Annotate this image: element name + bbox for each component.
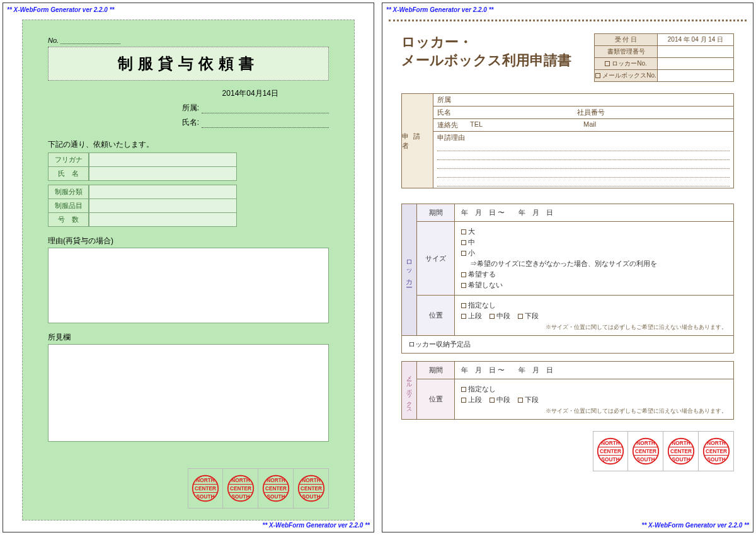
- perforation-line: [389, 20, 747, 21]
- comment-area[interactable]: [48, 344, 329, 442]
- name-field: 氏名:: [48, 117, 329, 128]
- svg-text:SOUTH: SOUTH: [266, 494, 285, 500]
- watermark-top: ** X-WebForm Generator ver 2.2.0 **: [386, 6, 493, 13]
- applicant-affiliation: 所属: [433, 94, 733, 106]
- checkbox-icon: [461, 283, 466, 288]
- svg-text:SOUTH: SOUTH: [197, 494, 215, 500]
- checkbox-icon: [490, 314, 495, 319]
- checkbox-icon: [518, 314, 523, 319]
- svg-text:NORTH: NORTH: [601, 440, 619, 446]
- row-name: 氏 名: [48, 167, 237, 181]
- applicant-name: 氏名社員番号: [433, 106, 733, 119]
- stamp-cell: NORTH CENTER SOUTH: [188, 468, 223, 509]
- svg-text:NORTH: NORTH: [672, 440, 690, 446]
- form-title: ロッカー・ メールボックス利用申請書: [401, 33, 594, 82]
- no-label: No.: [48, 37, 59, 44]
- locker-box: ロッカー 期間 年 月 日 〜 年 月 日 サイズ 大 中 小 ⇒希望のサイズに…: [401, 204, 734, 336]
- svg-text:NORTH: NORTH: [266, 478, 285, 483]
- svg-text:SOUTH: SOUTH: [602, 457, 620, 463]
- svg-text:NORTH: NORTH: [231, 478, 249, 483]
- mailbox-period: 期間 年 月 日 〜 年 月 日: [417, 362, 733, 379]
- reason-area[interactable]: [48, 248, 329, 323]
- watermark-bottom: ** X-WebForm Generator ver 2.2.0 **: [642, 522, 749, 529]
- svg-text:NORTH: NORTH: [196, 478, 214, 483]
- form-date: 2014年04月14日: [48, 88, 329, 99]
- checkbox-icon: [605, 61, 610, 66]
- checkbox-icon: [461, 314, 466, 319]
- checkbox-icon: [461, 240, 466, 245]
- intro-text: 下記の通り、依頼いたします。: [48, 139, 329, 150]
- row-category: 制服分類: [48, 185, 237, 199]
- mailbox-box: メールボックス 期間 年 月 日 〜 年 月 日 位置 指定なし 上段 中段 下…: [401, 361, 734, 420]
- stamp-row-left: NORTH CENTER SOUTH NORTH CENTER SOUTH NO…: [48, 468, 329, 509]
- applicant-side-label: 申 請 者: [402, 94, 433, 188]
- svg-text:NORTH: NORTH: [707, 440, 725, 446]
- svg-text:SOUTH: SOUTH: [707, 457, 725, 463]
- locker-size: サイズ 大 中 小 ⇒希望のサイズに空きがなかった場合、別なサイズの利用を 希望…: [417, 222, 733, 296]
- checkbox-icon: [461, 272, 466, 277]
- stamp-cell: NORTH CENTER SOUTH: [258, 468, 294, 509]
- svg-text:CENTER: CENTER: [230, 486, 251, 492]
- locker-side-label: ロッカー: [402, 204, 417, 335]
- mailbox-side-label: メールボックス: [402, 362, 417, 419]
- admin-table: 受 付 日2014 年 04 月 14 日 書類管理番号 ロッカーNo. メール…: [594, 33, 734, 82]
- checkbox-icon: [461, 251, 466, 256]
- locker-position: 位置 指定なし 上段 中段 下段 ※サイズ・位置に関しては必ずしもご希望に沿えな…: [417, 296, 733, 335]
- form-body: No. 制服貸与依頼書 2014年04月14日 所属: 氏名: 下記の通り、依頼…: [22, 20, 355, 521]
- checkbox-icon: [490, 398, 495, 403]
- form-locker-request: ** X-WebForm Generator ver 2.2.0 ** ** X…: [382, 3, 753, 532]
- checkbox-icon: [461, 303, 466, 308]
- row-furigana: フリガナ: [48, 152, 237, 167]
- svg-text:CENTER: CENTER: [706, 449, 727, 454]
- svg-text:NORTH: NORTH: [636, 440, 655, 446]
- checkbox-icon: [518, 398, 523, 403]
- watermark-bottom: ** X-WebForm Generator ver 2.2.0 **: [263, 522, 370, 529]
- form-uniform-request: ** X-WebForm Generator ver 2.2.0 ** ** X…: [3, 3, 374, 532]
- svg-text:CENTER: CENTER: [301, 486, 322, 492]
- applicant-contact: 連絡先TELMail: [433, 119, 733, 132]
- locker-period: 期間 年 月 日 〜 年 月 日: [417, 204, 733, 222]
- stamp-cell: NORTH CENTER SOUTH: [628, 431, 663, 471]
- checkbox-icon: [461, 398, 466, 403]
- checkbox-icon: [461, 229, 466, 234]
- svg-text:SOUTH: SOUTH: [636, 457, 655, 463]
- mailbox-position: 位置 指定なし 上段 中段 下段 ※サイズ・位置に関しては必ずしもご希望に沿えな…: [417, 379, 733, 419]
- watermark-top: ** X-WebForm Generator ver 2.2.0 **: [7, 6, 114, 13]
- stamp-cell: NORTH CENTER SOUTH: [699, 431, 734, 471]
- affiliation-field: 所属:: [48, 103, 329, 113]
- stamp-cell: NORTH CENTER SOUTH: [223, 468, 258, 509]
- stamp-cell: NORTH CENTER SOUTH: [593, 431, 628, 471]
- stamp-cell: NORTH CENTER SOUTH: [294, 468, 329, 509]
- checkbox-icon: [461, 387, 466, 392]
- form-title: 制服貸与依頼書: [48, 47, 329, 81]
- request-table: フリガナ 氏 名 制服分類 制服品目 号 数: [48, 152, 237, 227]
- header-row: ロッカー・ メールボックス利用申請書 受 付 日2014 年 04 月 14 日…: [401, 33, 734, 82]
- stamp-row-right: NORTH CENTER SOUTH NORTH CENTER SOUTH NO…: [401, 431, 734, 471]
- locker-storage[interactable]: ロッカー収納予定品: [401, 336, 734, 354]
- svg-text:NORTH: NORTH: [302, 478, 320, 483]
- applicant-reason[interactable]: 申請理由: [433, 132, 733, 188]
- svg-text:CENTER: CENTER: [195, 486, 216, 492]
- svg-text:CENTER: CENTER: [670, 449, 692, 454]
- svg-text:SOUTH: SOUTH: [672, 457, 690, 463]
- reason-label: 理由(再貸与の場合): [48, 236, 329, 246]
- svg-text:SOUTH: SOUTH: [231, 494, 249, 500]
- comment-label: 所見欄: [48, 332, 329, 343]
- row-size: 号 数: [48, 213, 237, 227]
- svg-text:CENTER: CENTER: [265, 486, 287, 492]
- page-canvas: ** X-WebForm Generator ver 2.2.0 ** ** X…: [0, 0, 756, 535]
- stamp-cell: NORTH CENTER SOUTH: [663, 431, 699, 471]
- svg-text:CENTER: CENTER: [635, 449, 656, 454]
- checkbox-icon: [595, 73, 600, 78]
- row-item: 制服品目: [48, 199, 237, 213]
- svg-text:CENTER: CENTER: [600, 449, 621, 454]
- applicant-box: 申 請 者 所属 氏名社員番号 連絡先TELMail 申請理由: [401, 93, 734, 188]
- no-field: No.: [48, 37, 329, 44]
- svg-text:SOUTH: SOUTH: [302, 494, 320, 500]
